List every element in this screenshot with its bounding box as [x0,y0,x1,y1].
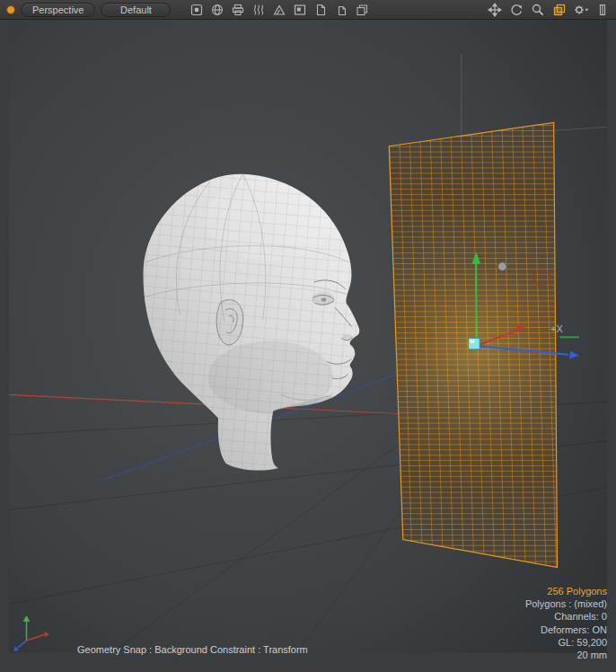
shading-mode-button[interactable]: Default [101,3,171,17]
eye [321,298,327,302]
viewport-style-icons [189,2,370,18]
pan-icon[interactable] [487,2,503,18]
view-type-button[interactable]: Perspective [21,3,95,17]
page-copy-icon[interactable] [333,2,349,18]
viewport-nav-icons [487,2,611,18]
maximize-icon[interactable] [551,2,568,18]
globe-icon[interactable] [209,2,225,18]
mountain-icon[interactable] [271,2,287,18]
viewport-toolbar: Perspective Default [0,0,616,20]
scale-handle[interactable] [498,262,507,271]
modeling-app-window: Perspective Default [0,0,616,672]
rotate-icon[interactable] [508,2,524,18]
center-cyan-handle[interactable] [469,338,480,349]
panel-toggle-icon[interactable] [594,2,611,18]
scene [0,20,616,672]
printer-icon[interactable] [230,2,246,18]
viewport-3d-canvas[interactable]: +X Geometry Snap : Background Constraint… [0,20,616,672]
frame-icon[interactable] [292,2,308,18]
page-icon[interactable] [312,2,329,18]
render-style-icon[interactable] [189,2,205,18]
zoom-icon[interactable] [530,2,546,18]
gear-icon[interactable] [573,2,589,18]
viewport-indicator-icon[interactable] [6,5,15,14]
waves-icon[interactable] [251,2,267,18]
stack-icon[interactable] [354,2,370,18]
